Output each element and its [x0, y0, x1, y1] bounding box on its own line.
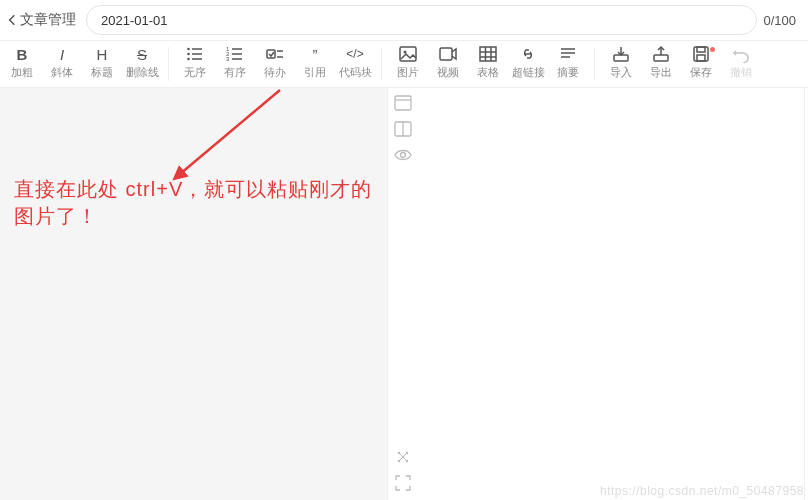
editor-body: 直接在此处 ctrl+V，就可以粘贴刚才的图片了！ https://blog.c…	[0, 88, 808, 500]
quote-label: 引用	[304, 67, 326, 78]
ul-label: 无序	[184, 67, 206, 78]
undo-label: 撤销	[730, 67, 752, 78]
tool-undo[interactable]: 撤销	[721, 45, 761, 89]
bold-icon: B	[13, 45, 31, 63]
toolbar: B加粗I斜体H标题S删除线无序有序待办”引用</>代码块图片视频表格超链接摘要导…	[0, 40, 808, 88]
image-icon	[399, 45, 417, 63]
italic-icon: I	[53, 45, 71, 63]
save-label: 保存	[690, 67, 712, 78]
annotation-arrow	[170, 88, 290, 198]
split-icon	[394, 120, 412, 138]
tool-heading[interactable]: H标题	[82, 45, 122, 89]
svg-line-45	[180, 90, 280, 174]
tool-save[interactable]: 保存	[681, 45, 721, 89]
link-icon	[519, 45, 537, 63]
expand-icon	[394, 448, 412, 466]
undo-icon	[732, 45, 750, 63]
export-label: 导出	[650, 67, 672, 78]
summary-label: 摘要	[557, 67, 579, 78]
split-button[interactable]	[394, 120, 412, 138]
preview-bottom-icons	[394, 448, 412, 492]
tool-export[interactable]: 导出	[641, 45, 681, 89]
preview-mode-icons	[394, 94, 412, 164]
watermark: https://blog.csdn.net/m0_50487958	[600, 484, 804, 498]
tool-strike[interactable]: S删除线	[122, 45, 162, 89]
unsaved-dot	[710, 47, 715, 52]
tool-ul[interactable]: 无序	[175, 45, 215, 89]
tool-ol[interactable]: 有序	[215, 45, 255, 89]
panel-button[interactable]	[394, 94, 412, 112]
ul-icon	[186, 45, 204, 63]
heading-label: 标题	[91, 67, 113, 78]
heading-icon: H	[93, 45, 111, 63]
todo-label: 待办	[264, 67, 286, 78]
eye-icon	[394, 146, 412, 164]
tool-table[interactable]: 表格	[468, 45, 508, 89]
tool-code[interactable]: </>代码块	[335, 45, 375, 89]
tool-italic[interactable]: I斜体	[42, 45, 82, 89]
link-label: 超链接	[512, 67, 545, 78]
tool-image[interactable]: 图片	[388, 45, 428, 89]
fullscreen-icon	[394, 474, 412, 492]
bold-label: 加粗	[11, 67, 33, 78]
tool-quote[interactable]: ”引用	[295, 45, 335, 89]
tool-link[interactable]: 超链接	[508, 45, 548, 89]
import-label: 导入	[610, 67, 632, 78]
tool-import[interactable]: 导入	[601, 45, 641, 89]
save-icon	[692, 45, 710, 63]
editor-pane[interactable]: 直接在此处 ctrl+V，就可以粘贴刚才的图片了！	[0, 88, 388, 500]
tool-todo[interactable]: 待办	[255, 45, 295, 89]
expand-button[interactable]	[394, 448, 412, 466]
preview-pane: https://blog.csdn.net/m0_50487958	[388, 88, 808, 500]
toolbar-separator	[594, 47, 595, 81]
import-icon	[612, 45, 630, 63]
fullscreen-button[interactable]	[394, 474, 412, 492]
paste-hint-annotation: 直接在此处 ctrl+V，就可以粘贴刚才的图片了！	[14, 176, 387, 230]
tool-bold[interactable]: B加粗	[2, 45, 42, 89]
summary-icon	[559, 45, 577, 63]
strike-icon: S	[133, 45, 151, 63]
back-button[interactable]: 文章管理	[6, 11, 78, 29]
strike-label: 删除线	[126, 67, 159, 78]
char-counter: 0/100	[757, 13, 802, 28]
code-label: 代码块	[339, 67, 372, 78]
table-label: 表格	[477, 67, 499, 78]
toolbar-separator	[381, 47, 382, 81]
top-bar: 文章管理 2021-01-01 0/100	[0, 0, 808, 40]
tool-summary[interactable]: 摘要	[548, 45, 588, 89]
image-label: 图片	[397, 67, 419, 78]
quote-icon: ”	[306, 45, 324, 63]
table-icon	[479, 45, 497, 63]
title-value: 2021-01-01	[101, 13, 168, 28]
video-label: 视频	[437, 67, 459, 78]
right-panel-edge	[804, 88, 808, 500]
ol-icon	[226, 45, 244, 63]
code-icon: </>	[346, 45, 364, 63]
eye-button[interactable]	[394, 146, 412, 164]
export-icon	[652, 45, 670, 63]
panel-icon	[394, 94, 412, 112]
title-input[interactable]: 2021-01-01	[86, 5, 757, 35]
chevron-left-icon	[8, 13, 16, 27]
tool-video[interactable]: 视频	[428, 45, 468, 89]
back-label: 文章管理	[20, 11, 76, 29]
video-icon	[439, 45, 457, 63]
toolbar-separator	[168, 47, 169, 81]
italic-label: 斜体	[51, 67, 73, 78]
todo-icon	[266, 45, 284, 63]
ol-label: 有序	[224, 67, 246, 78]
